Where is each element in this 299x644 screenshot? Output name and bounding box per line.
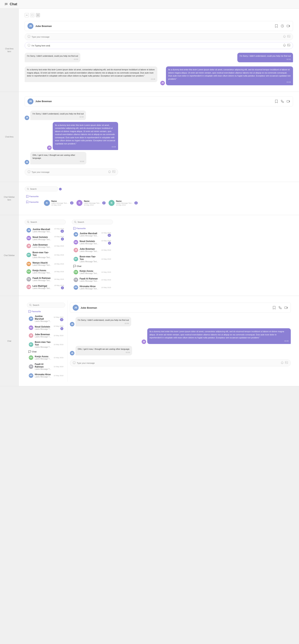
image-icon-2[interactable]: [287, 44, 290, 47]
search-input-1[interactable]: [30, 188, 56, 190]
avatar-hironaka-full: HH: [29, 373, 33, 378]
message-input-field-typing[interactable]: [31, 44, 283, 47]
msg-row-sent-1: I'm Sorry, I didn't understand, could yo…: [160, 53, 293, 62]
message-input-full[interactable]: [70, 360, 291, 366]
sidebar-item-boon-2[interactable]: BY Boon-mee Yao-Yun Latets Message Text.…: [72, 254, 113, 264]
svg-rect-31: [285, 307, 287, 309]
sidebar-item-justine-2[interactable]: JM Justine Marshall Latets Message Text.…: [72, 230, 113, 238]
sidebar-item-boon-1[interactable]: BY Boon-mee Yao-Yun Latets Message Text.…: [25, 250, 66, 260]
chat-name-2: Jube Bowman: [35, 100, 52, 103]
svg-point-34: [75, 362, 75, 363]
sidebar-item-faadi-full[interactable]: FA Faadi Al Rahman Latets Message Text..…: [27, 361, 65, 372]
chat-bubble-icon: [73, 265, 76, 268]
avatar-s1: JB: [47, 146, 51, 150]
sidebar-item-hironaka-1[interactable]: HH Hironaka Hiroe Latets Message Text...…: [72, 284, 113, 291]
info-faadi-1: Faadi Al Rahman Latets Message Text...: [32, 277, 53, 282]
sidebar-item-justine-full[interactable]: JM Justine Marshall Latets Message Text.…: [27, 314, 65, 324]
emoji-icon-1[interactable]: [27, 35, 30, 38]
name-boon-2: Boon-mee Yao-Yun: [80, 255, 100, 260]
message-input-field-empty[interactable]: [31, 36, 283, 38]
fav-card-2[interactable]: N Name Latets Message Text... 10 May 201…: [76, 200, 106, 206]
avatar-jube-s1: JB: [26, 244, 31, 248]
fav-card-3[interactable]: N Name Latets Message Text... 10 May 201…: [109, 200, 138, 206]
video-icon-2[interactable]: [287, 100, 290, 103]
bookmark-icon[interactable]: [275, 24, 278, 28]
sidebar-item-noud-1[interactable]: NG Noud Golstein Latets Message Text... …: [25, 234, 66, 242]
sidebar-item-lara-1[interactable]: LM Lara Madrigal Latets Message Text... …: [25, 283, 66, 291]
clock-icon[interactable]: [281, 24, 284, 28]
time-boon-1: 10 May 2019: [54, 254, 64, 256]
search-input-3[interactable]: [77, 221, 103, 223]
sidebar-item-boon-full[interactable]: BY Boon-mee Yao-Yun Latets Message Text.…: [27, 339, 65, 350]
meta-jube-2: 10 May 2019: [101, 249, 111, 251]
sidebar-search-3[interactable]: [72, 220, 113, 224]
info-jube-full: Jube Bowman Latets Message Text...: [35, 333, 52, 338]
fav-avatar-2: N: [76, 200, 82, 206]
sidebar-item-noud-full[interactable]: NG Noud Golstein Latets Message Text... …: [27, 324, 65, 332]
time-faadi-2: 10 May 2019: [101, 279, 111, 281]
sidebar-item-faadi-1[interactable]: FA Faadi Al Rahman Latets Message Text..…: [25, 275, 66, 283]
maximize-btn[interactable]: [30, 13, 34, 17]
video-full-icon[interactable]: [284, 306, 288, 310]
meta-noud-1: 10 May 2019 9: [54, 236, 64, 240]
sidebar-search-1[interactable]: [25, 186, 58, 191]
message-field-2[interactable]: [31, 171, 108, 173]
sidebar-item-jube-1[interactable]: JB Jube Bowman Latets Message Text... 10…: [25, 242, 66, 250]
msg-full-r2: JB Ohh, I get it now, I thought we are u…: [70, 346, 291, 356]
chat-section-label-full: Chat: [27, 350, 65, 354]
image-icon-full[interactable]: [285, 361, 288, 365]
sidebar-item-jube-full[interactable]: JB Jube Bowman Latets Message Text... 10…: [27, 332, 65, 339]
sidebar-item-kenjo-2[interactable]: KA Kenjo Assou Latets Message Text... 10…: [72, 268, 113, 276]
sidebar-item-faadi-2[interactable]: FA Faadi Al Rahman Latets Message Text..…: [72, 276, 113, 284]
sidebar-item-kenjo-1[interactable]: KA Kenjo Assou Latets Message Text... 18…: [25, 268, 66, 275]
bubble-s1: Its a dummy text enter this text• Lorem …: [53, 122, 118, 150]
sidebar-item-noud-2[interactable]: NG Noud Golstein Latets Message Text... …: [72, 238, 113, 246]
preview-faadi-2: Latets Message Text...: [80, 280, 100, 282]
search-input-full[interactable]: [33, 304, 58, 306]
fav-card-1[interactable]: N Name Latets Message Text.... 10 May 20…: [44, 200, 73, 206]
sidebar-panels: JM Justine Marshall Latets Message Text.…: [25, 220, 293, 291]
image-icon-3[interactable]: [112, 170, 115, 174]
audio-icon-2[interactable]: [283, 44, 286, 47]
sidebar-search-full[interactable]: [27, 303, 65, 308]
svg-point-6: [28, 36, 29, 36]
sidebar-item-hironaka-full[interactable]: HH Hironaka Hiroe Latets Message Text...…: [27, 372, 65, 379]
name-jube-2: Jube Bowman: [80, 248, 100, 250]
bookmark-icon-2[interactable]: [275, 100, 278, 103]
minimize-btn[interactable]: [25, 13, 29, 17]
msg-time-1: 02:00: [27, 58, 78, 61]
emoji-icon-full[interactable]: [73, 361, 76, 365]
phone-full-icon[interactable]: [278, 306, 282, 310]
message-field-full[interactable]: [77, 362, 281, 364]
fav-items-row: Favourite N Name Latets Message Text....…: [25, 198, 293, 208]
meta-faadi-full: 10 May 2019: [54, 366, 63, 368]
message-input-typing[interactable]: [25, 42, 293, 49]
image-icon[interactable]: [287, 35, 290, 38]
msg-row-s1: Its a dummy text enter this text• Lorem …: [25, 122, 118, 150]
avatar-jube-full-main: JB: [73, 305, 79, 311]
meta-boon-2: 10 May 2019: [101, 258, 111, 260]
name-faadi-2: Faadi Al Rahman: [80, 278, 100, 280]
sidebar-item-kenjo-full[interactable]: KA Kenjo Assou Latets Message Text... 10…: [27, 354, 65, 361]
name-hironaka-full: Hironaka Hiroe: [35, 373, 52, 376]
close-btn[interactable]: [36, 13, 40, 17]
video-icon[interactable]: [287, 24, 290, 28]
search-input-2[interactable]: [30, 221, 56, 223]
emoji-icon-2[interactable]: [27, 44, 30, 47]
message-input-2[interactable]: [25, 168, 118, 176]
avatar-nwoye-1: NA: [26, 262, 31, 266]
bookmark-full-icon[interactable]: [272, 306, 276, 310]
sidebar-item-justine-1[interactable]: JM Justine Marshall Latets Message Text.…: [25, 226, 66, 234]
app-title: Chat: [10, 2, 17, 6]
chat-header-icons: [275, 24, 290, 28]
sidebar-item-jube-2[interactable]: JB Jube Bowman Latets Message Text... 10…: [72, 246, 113, 254]
info-nwoye-1: Nwoye Akachi Latets Message Text...: [32, 262, 53, 266]
phone-icon[interactable]: [281, 100, 284, 103]
audio-icon-3[interactable]: [108, 170, 111, 174]
audio-icon-full[interactable]: [281, 361, 284, 365]
audio-icon[interactable]: [283, 35, 286, 38]
emoji-icon-3[interactable]: [27, 170, 30, 174]
message-input-empty[interactable]: [25, 33, 293, 40]
sidebar-search-2[interactable]: [25, 220, 66, 224]
sidebar-item-nwoye-1[interactable]: NA Nwoye Akachi Latets Message Text... 1…: [25, 260, 66, 268]
